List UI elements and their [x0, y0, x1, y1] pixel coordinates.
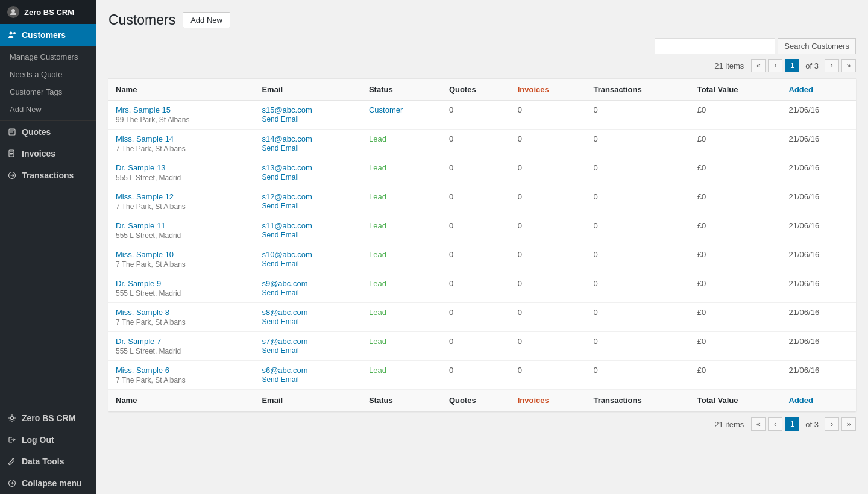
customer-email-link-7[interactable]: s8@abc.com — [262, 308, 354, 317]
sidebar-item-manage-customers[interactable]: Manage Customers — [0, 48, 96, 66]
cell-status-6: Lead — [362, 274, 442, 303]
customer-status-9: Lead — [369, 366, 386, 375]
send-email-link-8[interactable]: Send Email — [262, 346, 298, 355]
customer-name-link-6[interactable]: Dr. Sample 9 — [116, 279, 247, 288]
cell-quotes-0: 0 — [442, 101, 511, 130]
send-email-link-1[interactable]: Send Email — [262, 144, 298, 152]
sidebar-item-collapse[interactable]: Collapse menu — [0, 472, 96, 494]
cell-email-3: s12@abc.com Send Email — [254, 187, 362, 216]
customer-email-link-5[interactable]: s10@abc.com — [262, 250, 354, 259]
logout-label: Log Out — [22, 435, 54, 445]
table-row: Dr. Sample 9 555 L Street, Madrid s9@abc… — [108, 274, 856, 303]
svg-point-6 — [11, 417, 14, 420]
customer-status-3: Lead — [369, 192, 386, 201]
sidebar-group-invoices[interactable]: Invoices — [0, 143, 96, 164]
cell-email-1: s14@abc.com Send Email — [254, 130, 362, 158]
cell-name-3: Miss. Sample 12 7 The Park, St Albans — [108, 187, 254, 216]
add-new-button[interactable]: Add New — [183, 12, 230, 28]
pagination-bottom: 21 items « ‹ 1 of 3 › » — [108, 417, 856, 431]
table-row: Dr. Sample 13 555 L Street, Madrid s13@a… — [108, 158, 856, 187]
cell-email-7: s8@abc.com Send Email — [254, 303, 362, 332]
sidebar-group-transactions[interactable]: Transactions — [0, 164, 96, 186]
customer-email-link-6[interactable]: s9@abc.com — [262, 279, 354, 288]
send-email-link-6[interactable]: Send Email — [262, 289, 298, 297]
customer-name-link-2[interactable]: Dr. Sample 13 — [116, 163, 247, 172]
sidebar-item-needs-quote[interactable]: Needs a Quote — [0, 66, 96, 83]
top-last-page-button[interactable]: » — [841, 59, 856, 72]
customer-email-link-1[interactable]: s14@abc.com — [262, 134, 354, 143]
customer-email-link-2[interactable]: s13@abc.com — [262, 163, 354, 172]
search-input[interactable] — [655, 38, 775, 54]
cell-total-9: £0 — [690, 361, 782, 390]
cell-added-3: 21/06/16 — [782, 187, 856, 216]
sidebar-active-label: Customers — [22, 30, 66, 40]
cell-name-0: Mrs. Sample 15 99 The Park, St Albans — [108, 101, 254, 130]
cell-added-2: 21/06/16 — [782, 158, 856, 187]
table-row: Dr. Sample 11 555 L Street, Madrid s11@a… — [108, 216, 856, 245]
top-current-page-button[interactable]: 1 — [785, 59, 799, 72]
customer-email-link-0[interactable]: s15@abc.com — [262, 105, 354, 114]
customer-address-9: 7 The Park, St Albans — [116, 376, 247, 384]
customer-email-link-3[interactable]: s12@abc.com — [262, 192, 354, 201]
cell-name-8: Dr. Sample 7 555 L Street, Madrid — [108, 332, 254, 361]
bottom-items-count: 21 items — [714, 420, 744, 429]
sidebar-item-logout[interactable]: Log Out — [0, 429, 96, 451]
svg-point-1 — [10, 32, 13, 35]
cell-total-7: £0 — [690, 303, 782, 332]
col-quotes: Quotes — [442, 79, 511, 101]
search-bar: Search Customers — [108, 38, 856, 54]
cell-total-3: £0 — [690, 187, 782, 216]
customer-name-link-0[interactable]: Mrs. Sample 15 — [116, 105, 247, 114]
cell-transactions-9: 0 — [586, 361, 690, 390]
bottom-next-page-button[interactable]: › — [825, 417, 839, 431]
sidebar-group-quotes[interactable]: Quotes — [0, 121, 96, 143]
customer-name-link-5[interactable]: Miss. Sample 10 — [116, 250, 247, 259]
sidebar-item-customer-tags[interactable]: Customer Tags — [0, 83, 96, 101]
cell-transactions-6: 0 — [586, 274, 690, 303]
send-email-link-5[interactable]: Send Email — [262, 260, 298, 268]
customer-email-link-9[interactable]: s6@abc.com — [262, 366, 354, 375]
table-row: Miss. Sample 14 7 The Park, St Albans s1… — [108, 130, 856, 158]
cell-invoices-8: 0 — [511, 332, 587, 361]
customer-name-link-1[interactable]: Miss. Sample 14 — [116, 134, 247, 143]
customer-name-link-7[interactable]: Miss. Sample 8 — [116, 308, 247, 317]
app-title: Zero BS CRM — [24, 8, 74, 17]
customer-status-7: Lead — [369, 308, 386, 317]
sidebar-item-data-tools[interactable]: Data Tools — [0, 451, 96, 472]
bottom-prev-page-button[interactable]: ‹ — [768, 417, 782, 431]
customer-name-link-4[interactable]: Dr. Sample 11 — [116, 221, 247, 230]
main-content: Customers Add New Search Customers 21 it… — [96, 0, 868, 494]
customer-email-link-8[interactable]: s7@abc.com — [262, 337, 354, 346]
col-added: Added — [782, 79, 856, 101]
send-email-link-7[interactable]: Send Email — [262, 317, 298, 326]
customer-name-link-9[interactable]: Miss. Sample 6 — [116, 366, 247, 375]
sidebar-item-add-new[interactable]: Add New — [0, 101, 96, 118]
cell-status-5: Lead — [362, 245, 442, 274]
customer-name-link-8[interactable]: Dr. Sample 7 — [116, 337, 247, 346]
customer-address-1: 7 The Park, St Albans — [116, 145, 247, 153]
send-email-link-2[interactable]: Send Email — [262, 173, 298, 181]
cell-email-2: s13@abc.com Send Email — [254, 158, 362, 187]
send-email-link-4[interactable]: Send Email — [262, 231, 298, 239]
customer-name-link-3[interactable]: Miss. Sample 12 — [116, 192, 247, 201]
send-email-link-0[interactable]: Send Email — [262, 115, 298, 124]
cell-invoices-0: 0 — [511, 101, 587, 130]
sidebar-item-zbscrm[interactable]: Zero BS CRM — [0, 407, 96, 429]
send-email-link-3[interactable]: Send Email — [262, 202, 298, 210]
bottom-current-page-button[interactable]: 1 — [785, 417, 799, 431]
search-button[interactable]: Search Customers — [778, 38, 856, 54]
send-email-link-9[interactable]: Send Email — [262, 375, 298, 384]
top-first-page-button[interactable]: « — [751, 59, 766, 72]
top-prev-page-button[interactable]: ‹ — [768, 59, 782, 72]
cell-email-4: s11@abc.com Send Email — [254, 216, 362, 245]
customer-email-link-4[interactable]: s11@abc.com — [262, 221, 354, 230]
customer-status-5: Lead — [369, 250, 386, 259]
cell-quotes-8: 0 — [442, 332, 511, 361]
bottom-last-page-button[interactable]: » — [841, 417, 856, 431]
invoices-label: Invoices — [22, 149, 55, 158]
customer-address-8: 555 L Street, Madrid — [116, 347, 247, 355]
sidebar-item-customers[interactable]: Customers — [0, 24, 96, 46]
top-next-page-button[interactable]: › — [825, 59, 839, 72]
customer-address-4: 555 L Street, Madrid — [116, 231, 247, 240]
bottom-first-page-button[interactable]: « — [751, 417, 766, 431]
